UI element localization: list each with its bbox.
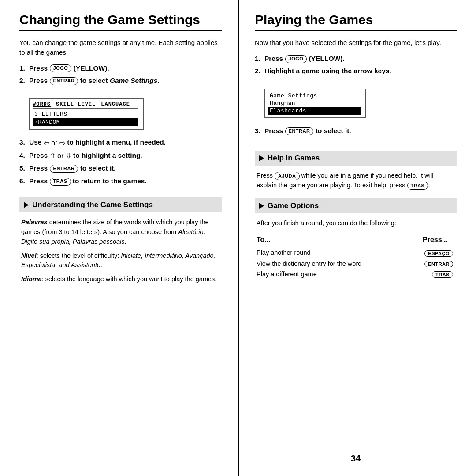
right-step-3-num: 3. [255, 126, 264, 136]
right-step-2-num: 2. [255, 66, 264, 76]
entrar-btn-opt: ENTRAR [424, 261, 453, 267]
step-6: 6. Press TRAS to return to the games. [19, 176, 222, 186]
yellow-label-r1: YELLOW [311, 55, 340, 62]
tras-btn-help: TRAS [407, 182, 428, 190]
step-3: 3. Use ⇦ or ⇨ to highlight a menu, if ne… [19, 138, 222, 148]
tras-btn-opt: TRAS [432, 271, 453, 278]
option-row-2-to: View the dictionary entry for the word [255, 258, 407, 269]
entrar-btn-r3: ENTRAR [285, 127, 314, 135]
step-1-num: 1. [19, 63, 29, 73]
game-settings-label: Game Settings [110, 77, 158, 84]
play-row-flashcards: Flashcards [268, 107, 361, 115]
right-step-1-num: 1. [255, 54, 264, 63]
step-1-text: Press JOGO (YELLOW). [29, 63, 109, 73]
step-4-num: 4. [19, 151, 29, 160]
triangle-icon-left [24, 202, 29, 208]
to-header: To... [255, 235, 407, 247]
right-title: Playing the Games [255, 12, 457, 27]
palavras-label: Palavras [21, 219, 48, 226]
jogo-btn-1: JOGO [50, 64, 72, 72]
left-intro: You can change the game settings at any … [19, 38, 222, 57]
yellow-label-1: YELLOW [76, 64, 105, 72]
right-divider [255, 30, 457, 31]
option-row-3-to: Play a different game [255, 269, 407, 279]
step-5-num: 5. [19, 164, 29, 173]
play-row-settings: Game Settings [268, 92, 361, 100]
arrow-ud: ⇧ or ⇩ [50, 151, 71, 161]
step-6-text: Press TRAS to return to the games. [29, 176, 147, 186]
step-2-num: 2. [19, 76, 29, 86]
help-header: Help in Games [255, 151, 457, 166]
options-header: Game Options [255, 198, 457, 213]
options-list: Aleatório, Digite sua própia, Palavras p… [21, 228, 205, 245]
right-intro: Now that you have selected the settings … [255, 38, 457, 48]
menu-language: LANGUAGE [101, 101, 130, 108]
table-row: View the dictionary entry for the word E… [255, 258, 457, 269]
right-step-2-text: Highlight a game using the arrow keys. [264, 66, 391, 76]
idioma-label: Idioma [21, 275, 42, 283]
jogo-btn-r1: JOGO [285, 55, 307, 63]
ajuda-btn: AJUDA [275, 172, 299, 180]
step-4: 4. Press ⇧ or ⇩ to highlight a setting. [19, 151, 222, 161]
step-5-text: Press ENTRAR to select it. [29, 164, 116, 173]
table-row: Play another round ESPAÇO [255, 247, 457, 258]
entrar-btn-5: ENTRAR [50, 165, 78, 173]
option-row-1-to: Play another round [255, 247, 407, 258]
understanding-para3: Idioma: selects the language with which … [19, 275, 222, 284]
help-title: Help in Games [268, 154, 320, 163]
game-settings-screen: WORDS SKILL LEVEL LANGUAGE 3 LETTERS ✓RA… [29, 98, 144, 130]
right-step-3-text: Press ENTRAR to select it. [264, 126, 351, 136]
right-step-1-text: Press JOGO (YELLOW). [264, 54, 345, 63]
play-screen: Game Settings Hangman Flashcards [264, 89, 366, 118]
espaco-btn: ESPAÇO [424, 250, 453, 257]
option-row-2-press: ENTRAR [407, 258, 457, 269]
help-text: Press AJUDA while you are in a game if y… [255, 171, 457, 190]
play-row-hangman: Hangman [268, 100, 361, 107]
right-step-3: 3. Press ENTRAR to select it. [255, 126, 457, 136]
understanding-para2: Nível: selects the level of difficulty: … [19, 251, 222, 271]
right-step-2: 2. Highlight a game using the arrow keys… [255, 66, 457, 76]
step-4-text: Press ⇧ or ⇩ to highlight a setting. [29, 151, 142, 161]
option-row-3-press: TRAS [407, 269, 457, 279]
step-6-num: 6. [19, 176, 29, 186]
step-2: 2. Press ENTRAR to select Game Settings. [19, 76, 222, 86]
options-intro: After you finish a round, you can do the… [255, 219, 457, 228]
tras-btn-6: TRAS [50, 178, 71, 186]
triangle-icon-options [259, 203, 264, 209]
understanding-title: Understanding the Game Settings [32, 201, 153, 209]
understanding-header: Understanding the Game Settings [19, 197, 222, 212]
right-steps-2: 3. Press ENTRAR to select it. [255, 126, 457, 138]
difficulty-list: Iniciate, Intermediário, Avançado, Espec… [21, 252, 216, 269]
entrar-btn-2: ENTRAR [50, 77, 78, 85]
left-steps-2: 3. Use ⇦ or ⇨ to highlight a menu, if ne… [19, 138, 222, 189]
step-3-num: 3. [19, 138, 29, 147]
screen-menu-bar: WORDS SKILL LEVEL LANGUAGE [33, 101, 138, 109]
step-5: 5. Press ENTRAR to select it. [19, 164, 222, 173]
arrow-lr: ⇦ or ⇨ [44, 138, 65, 148]
screen-row-random: ✓RANDOM [33, 118, 138, 126]
step-2-text: Press ENTRAR to select Game Settings. [29, 76, 160, 86]
table-row: Play a different game TRAS [255, 269, 457, 279]
options-title: Game Options [268, 201, 319, 210]
right-step-1: 1. Press JOGO (YELLOW). [255, 54, 457, 63]
step-1: 1. Press JOGO (YELLOW). [19, 63, 222, 73]
left-title: Changing the Game Settings [19, 12, 222, 27]
right-steps: 1. Press JOGO (YELLOW). 2. Highlight a g… [255, 54, 457, 79]
menu-skill: SKILL LEVEL [56, 101, 96, 108]
left-divider [19, 30, 222, 31]
options-table: To... Press... Play another round ESPAÇO… [255, 235, 457, 279]
left-steps: 1. Press JOGO (YELLOW). 2. Press ENTRAR … [19, 63, 222, 89]
step-3-text: Use ⇦ or ⇨ to highlight a menu, if neede… [29, 138, 166, 148]
press-header: Press... [407, 235, 457, 247]
menu-words: WORDS [33, 101, 51, 108]
triangle-icon-help [259, 155, 264, 161]
screen-row-letters: 3 LETTERS [33, 111, 138, 118]
option-row-1-press: ESPAÇO [407, 247, 457, 258]
nivel-label: Nível [21, 252, 37, 259]
page-number: 34 [255, 449, 457, 464]
understanding-para1: Palavras determines the size of the word… [19, 218, 222, 246]
